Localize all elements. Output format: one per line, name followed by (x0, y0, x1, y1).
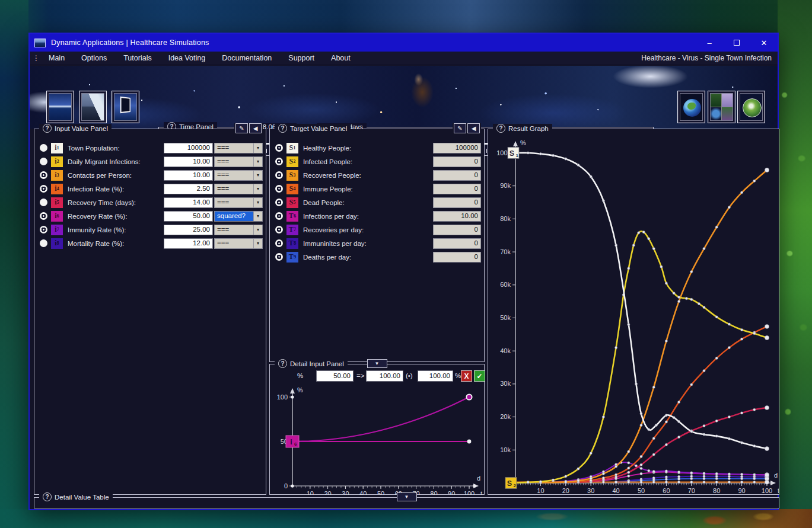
scenario-label: Healthcare - Virus - Single Town Infecti… (641, 54, 778, 62)
eco-button[interactable] (737, 91, 765, 123)
row-badge: i3 (51, 170, 63, 181)
app-icon (34, 39, 46, 47)
result-chart[interactable]: 100k90k80k70k60k50k40k30k20k10k102030405… (488, 129, 779, 494)
percent-value-field[interactable]: 100.00 (418, 370, 453, 382)
row-value-readout: 0 (433, 156, 481, 167)
dropdown-caret-icon[interactable]: ▾ (253, 225, 262, 235)
dropdown-caret-icon[interactable]: ▾ (253, 184, 262, 194)
row-radio[interactable] (275, 239, 283, 247)
menu-main[interactable]: Main (40, 52, 73, 65)
menu-options[interactable]: Options (73, 52, 115, 65)
menu-idea-voting[interactable]: Idea Voting (160, 52, 214, 65)
row-operator-select[interactable]: ===▾ (214, 184, 263, 194)
row-radio[interactable] (275, 158, 283, 165)
help-icon[interactable]: ? (43, 124, 52, 133)
collapse-left-button[interactable]: ◀ (249, 123, 262, 133)
detail-table-title: Detail Value Table (55, 494, 109, 501)
detail-input-chart[interactable]: 100500102030405060708090100%dti6 (270, 383, 485, 495)
collapse-down-button[interactable]: ▼ (367, 359, 387, 368)
row-radio[interactable] (275, 185, 283, 193)
row-badge: i7 (51, 225, 63, 235)
svg-text:S: S (507, 479, 512, 488)
open-door-button[interactable] (112, 91, 139, 123)
close-button[interactable]: ✕ (750, 34, 778, 52)
row-value-field[interactable]: 10.00 (164, 170, 213, 181)
row-radio[interactable] (40, 144, 47, 152)
help-icon[interactable]: ? (278, 359, 287, 368)
maximize-icon (734, 40, 740, 46)
row-radio[interactable] (275, 144, 283, 152)
title-bar[interactable]: Dynamic Applications | Healthcare Simula… (30, 34, 778, 52)
menu-tutorials[interactable]: Tutorials (115, 52, 160, 65)
row-radio[interactable] (275, 253, 283, 261)
input-row: i7 Immunity Rate (%): 25.00 ===▾ (34, 223, 266, 236)
row-operator-select[interactable]: ===▾ (214, 197, 263, 208)
world-button[interactable] (677, 91, 705, 123)
row-value-field[interactable]: 10.00 (164, 156, 213, 167)
row-value-field[interactable]: 50.00 (164, 211, 213, 222)
dropdown-caret-icon[interactable]: ▾ (253, 143, 262, 153)
row-radio[interactable] (275, 212, 283, 220)
row-label: Recoveries per day: (303, 226, 364, 233)
to-value-field[interactable]: 100.00 (366, 370, 403, 382)
collapse-left-button[interactable]: ◀ (467, 123, 480, 133)
menu-support[interactable]: Support (280, 52, 323, 65)
expand-down-button[interactable]: ▼ (397, 492, 417, 501)
row-operator-select[interactable]: ===▾ (214, 170, 263, 181)
edit-button[interactable]: ✎ (235, 123, 248, 133)
scenario-image-button-1[interactable] (46, 91, 74, 123)
row-operator-select[interactable]: ===▾ (214, 225, 263, 235)
svg-text:%: % (297, 386, 303, 393)
row-operator-select[interactable]: squared?▾ (214, 211, 263, 222)
target-panel-title: Target Value Panel (290, 125, 347, 132)
svg-text:i: i (290, 438, 292, 446)
dropdown-caret-icon[interactable]: ▾ (253, 198, 262, 207)
cancel-button[interactable]: X (461, 370, 472, 382)
dropdown-caret-icon[interactable]: ▾ (253, 212, 262, 221)
row-operator-select[interactable]: ===▾ (214, 156, 263, 167)
help-icon[interactable]: ? (278, 124, 287, 133)
svg-text:80: 80 (713, 487, 720, 494)
row-value-field[interactable]: 2.50 (164, 184, 213, 194)
help-icon[interactable]: ? (43, 492, 52, 501)
scenario-image-button-2[interactable] (79, 91, 107, 123)
dropdown-caret-icon[interactable]: ▾ (253, 171, 262, 180)
row-value-field[interactable]: 100000 (164, 143, 213, 153)
input-row: i1 Town Population: 100000 ===▾ (34, 141, 266, 155)
menu-documentation[interactable]: Documentation (214, 52, 280, 65)
minimize-button[interactable]: – (696, 34, 723, 52)
menu-about[interactable]: About (323, 52, 359, 65)
from-value-field[interactable]: 50.00 (316, 370, 354, 382)
target-row: T8 Immuninites per day: 0 (270, 236, 484, 250)
svg-text:20: 20 (562, 487, 569, 494)
row-operator-select[interactable]: ===▾ (214, 238, 263, 249)
maximize-button[interactable] (723, 34, 750, 52)
row-radio[interactable] (275, 199, 283, 206)
row-radio[interactable] (275, 171, 283, 179)
dropdown-caret-icon[interactable]: ▾ (253, 157, 262, 167)
confirm-button[interactable]: ✓ (474, 370, 485, 382)
row-radio[interactable] (40, 212, 47, 220)
row-radio[interactable] (40, 239, 47, 247)
dropdown-caret-icon[interactable]: ▾ (253, 239, 262, 248)
row-radio[interactable] (40, 171, 47, 179)
row-radio[interactable] (40, 226, 47, 233)
row-value-field[interactable]: 25.00 (164, 225, 213, 235)
row-badge: S3 (286, 170, 298, 181)
row-value-field[interactable]: 14.00 (164, 197, 213, 208)
row-radio[interactable] (40, 185, 47, 193)
gallery-button[interactable] (708, 91, 735, 123)
row-radio[interactable] (40, 199, 47, 206)
edit-button[interactable]: ✎ (454, 123, 466, 133)
row-badge: S5 (286, 197, 298, 208)
row-radio[interactable] (40, 158, 47, 165)
wallpaper-left (0, 0, 28, 528)
svg-text:30k: 30k (500, 380, 511, 387)
svg-text:S: S (510, 149, 514, 158)
row-value-field[interactable]: 12.00 (164, 238, 213, 249)
svg-text:6: 6 (294, 441, 297, 447)
row-label: Deaths per day: (303, 254, 351, 261)
row-radio[interactable] (275, 226, 283, 233)
menu-grip-icon[interactable]: ⋮ (32, 54, 40, 62)
row-operator-select[interactable]: ===▾ (214, 143, 263, 153)
